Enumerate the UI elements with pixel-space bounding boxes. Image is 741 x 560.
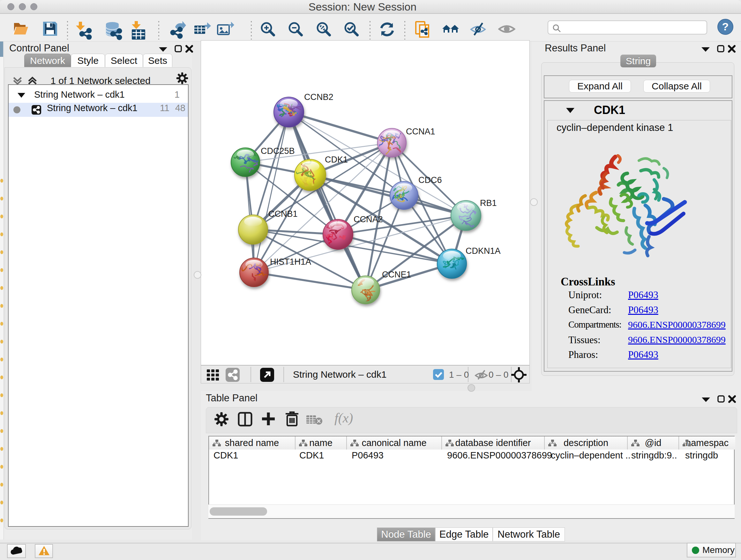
- svg-text:CDC6: CDC6: [418, 175, 442, 185]
- svg-text:CCNA2: CCNA2: [354, 214, 383, 224]
- svg-text:HIST1H1A: HIST1H1A: [270, 257, 311, 266]
- svg-text:?: ?: [722, 20, 729, 33]
- svg-text:CCNA1: CCNA1: [406, 127, 435, 136]
- svg-text:CCNE1: CCNE1: [382, 270, 411, 279]
- svg-text:RB1: RB1: [480, 198, 497, 208]
- svg-text:CDK1: CDK1: [325, 155, 348, 165]
- svg-text:CDKN1A: CDKN1A: [466, 246, 501, 256]
- svg-text:CDC25B: CDC25B: [261, 146, 295, 156]
- svg-text:CCNB2: CCNB2: [304, 92, 333, 102]
- svg-text:CCNB1: CCNB1: [268, 209, 298, 219]
